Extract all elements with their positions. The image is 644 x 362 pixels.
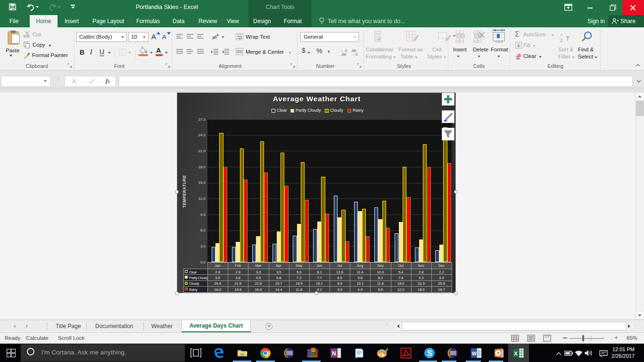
- svg-text:Z: Z: [560, 38, 563, 43]
- svg-text:.00: .00: [341, 52, 347, 56]
- svg-text:N: N: [332, 350, 336, 357]
- svg-text:S: S: [427, 349, 432, 357]
- svg-text:ab: ab: [212, 35, 217, 40]
- svg-text:→.0: →.0: [351, 52, 358, 56]
- svg-text:X: X: [514, 351, 518, 356]
- svg-text:W: W: [472, 351, 477, 356]
- svg-text:A: A: [560, 33, 563, 37]
- svg-text:≠: ≠: [377, 36, 380, 42]
